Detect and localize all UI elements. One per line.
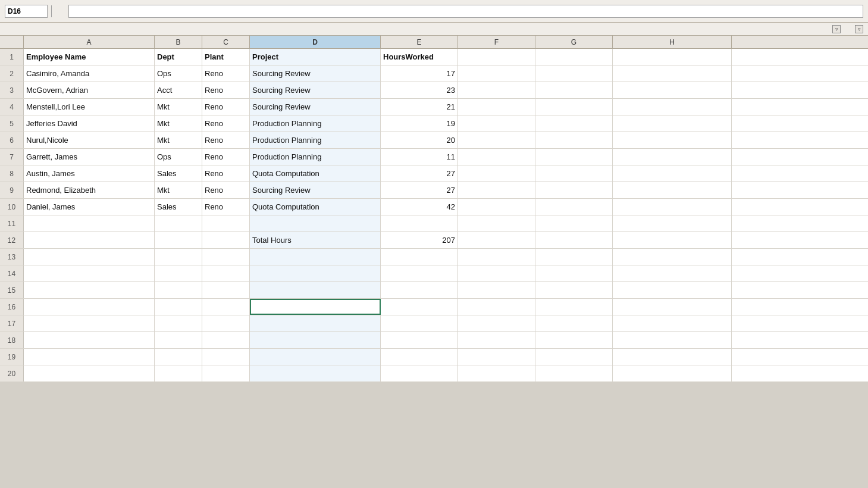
cell-c-13[interactable] — [202, 249, 250, 265]
cell-d-18[interactable] — [250, 332, 381, 348]
cell-h-4[interactable] — [613, 99, 732, 115]
cell-h-14[interactable] — [613, 265, 732, 281]
cell-f-2[interactable] — [458, 65, 535, 82]
cell-e-3[interactable]: 23 — [381, 82, 458, 98]
col-header-c[interactable]: C — [202, 36, 250, 48]
cell-g-19[interactable] — [535, 349, 613, 365]
cell-a-7[interactable]: Garrett, James — [24, 149, 155, 165]
cell-b-6[interactable]: Mkt — [155, 132, 202, 148]
cell-g-7[interactable] — [535, 149, 613, 165]
cell-e-11[interactable] — [381, 215, 458, 232]
cell-b-3[interactable]: Acct — [155, 82, 202, 98]
cell-a-20[interactable] — [24, 365, 155, 381]
cell-d-11[interactable] — [250, 215, 381, 232]
cell-e-6[interactable]: 20 — [381, 132, 458, 148]
cell-h-16[interactable] — [613, 299, 732, 315]
cell-e-10[interactable]: 42 — [381, 199, 458, 215]
cell-f-18[interactable] — [458, 332, 535, 348]
cell-g-2[interactable] — [535, 65, 613, 82]
cell-c-9[interactable]: Reno — [202, 182, 250, 198]
cell-b-13[interactable] — [155, 249, 202, 265]
cell-f-13[interactable] — [458, 249, 535, 265]
cell-e-14[interactable] — [381, 265, 458, 281]
cell-h-9[interactable] — [613, 182, 732, 198]
col-header-d[interactable]: D — [250, 36, 381, 48]
cell-d-17[interactable] — [250, 315, 381, 331]
cell-h-3[interactable] — [613, 82, 732, 98]
number-expand-icon[interactable]: ▿ — [855, 25, 863, 33]
cell-a-12[interactable] — [24, 232, 155, 248]
cell-d-3[interactable]: Sourcing Review — [250, 82, 381, 98]
formula-input[interactable] — [68, 5, 863, 18]
cell-b-15[interactable] — [155, 282, 202, 298]
cell-c-5[interactable]: Reno — [202, 115, 250, 132]
cell-a-9[interactable]: Redmond, Elizabeth — [24, 182, 155, 198]
cell-f-8[interactable] — [458, 165, 535, 182]
cell-f-3[interactable] — [458, 82, 535, 98]
cell-a-13[interactable] — [24, 249, 155, 265]
cell-c-16[interactable] — [202, 299, 250, 315]
cell-c-7[interactable]: Reno — [202, 149, 250, 165]
cell-a-15[interactable] — [24, 282, 155, 298]
cell-b-16[interactable] — [155, 299, 202, 315]
cell-f-15[interactable] — [458, 282, 535, 298]
cell-f-4[interactable] — [458, 99, 535, 115]
cell-a-18[interactable] — [24, 332, 155, 348]
cell-b-20[interactable] — [155, 365, 202, 381]
cell-h-2[interactable] — [613, 65, 732, 82]
cell-h-12[interactable] — [613, 232, 732, 248]
cell-e-9[interactable]: 27 — [381, 182, 458, 198]
cell-d-2[interactable]: Sourcing Review — [250, 65, 381, 82]
cell-c-12[interactable] — [202, 232, 250, 248]
cell-b-5[interactable]: Mkt — [155, 115, 202, 132]
cell-d-10[interactable]: Quota Computation — [250, 199, 381, 215]
cell-d-13[interactable] — [250, 249, 381, 265]
cell-d-12[interactable]: Total Hours — [250, 232, 381, 248]
cell-h-19[interactable] — [613, 349, 732, 365]
cell-g-6[interactable] — [535, 132, 613, 148]
cell-f-10[interactable] — [458, 199, 535, 215]
cell-g-9[interactable] — [535, 182, 613, 198]
cell-h-17[interactable] — [613, 315, 732, 331]
cell-c-6[interactable]: Reno — [202, 132, 250, 148]
cell-h-11[interactable] — [613, 215, 732, 232]
cell-g-10[interactable] — [535, 199, 613, 215]
cell-f-9[interactable] — [458, 182, 535, 198]
cell-c-3[interactable]: Reno — [202, 82, 250, 98]
cell-e-5[interactable]: 19 — [381, 115, 458, 132]
cell-c-14[interactable] — [202, 265, 250, 281]
cell-d-7[interactable]: Production Planning — [250, 149, 381, 165]
cell-d-6[interactable]: Production Planning — [250, 132, 381, 148]
cell-d-1[interactable]: Project — [250, 49, 381, 65]
cell-e-17[interactable] — [381, 315, 458, 331]
cell-c-2[interactable]: Reno — [202, 65, 250, 82]
cell-b-17[interactable] — [155, 315, 202, 331]
cell-h-18[interactable] — [613, 332, 732, 348]
cell-c-8[interactable]: Reno — [202, 165, 250, 182]
cell-a-11[interactable] — [24, 215, 155, 232]
cell-h-1[interactable] — [613, 49, 732, 65]
cell-c-11[interactable] — [202, 215, 250, 232]
cell-a-1[interactable]: Employee Name — [24, 49, 155, 65]
cell-g-12[interactable] — [535, 232, 613, 248]
cell-f-1[interactable] — [458, 49, 535, 65]
cell-b-14[interactable] — [155, 265, 202, 281]
cell-d-15[interactable] — [250, 282, 381, 298]
cell-e-15[interactable] — [381, 282, 458, 298]
cell-a-17[interactable] — [24, 315, 155, 331]
cell-a-4[interactable]: Menstell,Lori Lee — [24, 99, 155, 115]
col-header-b[interactable]: B — [155, 36, 202, 48]
cell-f-20[interactable] — [458, 365, 535, 381]
cell-g-3[interactable] — [535, 82, 613, 98]
cell-e-8[interactable]: 27 — [381, 165, 458, 182]
cell-e-19[interactable] — [381, 349, 458, 365]
cell-f-5[interactable] — [458, 115, 535, 132]
cell-f-16[interactable] — [458, 299, 535, 315]
cell-g-13[interactable] — [535, 249, 613, 265]
cell-d-5[interactable]: Production Planning — [250, 115, 381, 132]
cell-h-20[interactable] — [613, 365, 732, 381]
cell-g-11[interactable] — [535, 215, 613, 232]
cell-f-17[interactable] — [458, 315, 535, 331]
cell-a-19[interactable] — [24, 349, 155, 365]
cell-e-7[interactable]: 11 — [381, 149, 458, 165]
